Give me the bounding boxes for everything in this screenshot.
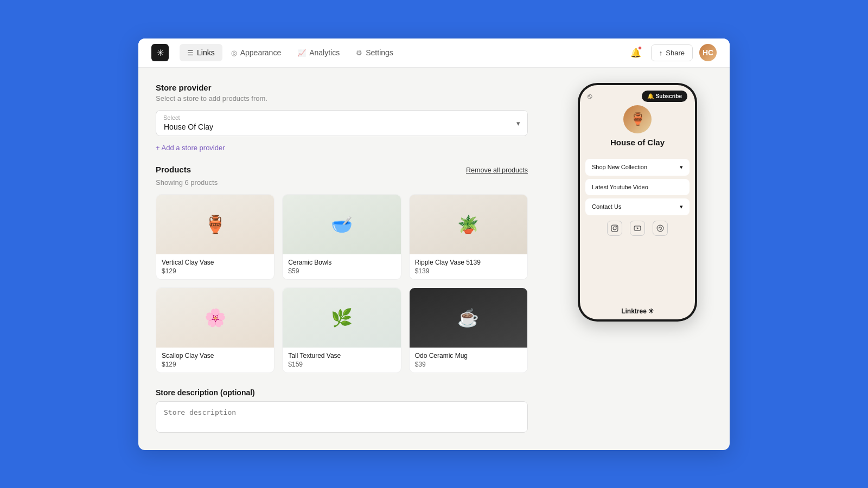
phone-profile-name: House of Clay [610,138,665,147]
product-image: 🌿 [283,288,400,348]
phone-social-row [580,215,695,241]
svg-rect-0 [611,225,618,232]
top-nav: ✳ ☰ Links ◎ Appearance 📈 Analytics ⚙ Set… [138,38,730,68]
svg-marker-4 [637,227,639,229]
pinterest-icon[interactable] [653,221,668,236]
product-name: Tall Textured Vase [288,352,395,359]
product-name: Odo Ceramic Mug [415,352,522,359]
instagram-icon[interactable] [607,221,622,236]
chevron-down-icon: ▾ [680,164,683,171]
products-header: Products Remove all products [156,165,528,176]
product-price: $139 [415,267,522,275]
appearance-icon: ◎ [231,49,237,57]
product-card[interactable]: 🌸 Scallop Clay Vase $129 [156,287,275,373]
phone-link-shop-label: Shop New Collection [592,164,647,170]
product-info: Tall Textured Vase $159 [283,348,400,373]
product-card[interactable]: 🌿 Tall Textured Vase $159 [282,287,401,373]
store-select-wrapper: Select House Of Clay ▾ [156,110,528,136]
svg-line-6 [660,229,660,230]
tab-links[interactable]: ☰ Links [180,44,222,61]
select-label: Select [163,114,180,121]
product-name: Scallop Clay Vase [162,352,269,359]
store-provider-subtitle: Select a store to add products from. [156,94,528,102]
product-card[interactable]: ☕ Odo Ceramic Mug $39 [409,287,528,373]
phone-footer: Linktree ✳ [580,303,695,319]
product-price: $39 [415,361,522,368]
right-panel: ⎋ 🔔 Subscribe 🏺 House of Clay [545,68,730,450]
product-price: $129 [162,267,269,275]
product-info: Scallop Clay Vase $129 [156,348,274,373]
nav-right: 🔔 ↑ Share HC [627,44,717,61]
phone-profile-section: 🏺 House of Clay [580,105,695,159]
avatar[interactable]: HC [699,44,717,61]
product-price: $129 [162,361,269,368]
phone-screen: ⎋ 🔔 Subscribe 🏺 House of Clay [580,85,695,319]
product-name: Ceramic Bowls [288,259,395,266]
nav-tabs: ☰ Links ◎ Appearance 📈 Analytics ⚙ Setti… [180,44,627,61]
store-select[interactable]: House Of Clay [156,110,528,136]
chevron-down-icon-2: ▾ [680,203,683,210]
product-image: 🏺 [156,195,274,254]
product-card[interactable]: 🪴 Ripple Clay Vase 5139 $139 [409,194,528,280]
product-image: 🪴 [410,195,527,254]
phone-link-contact[interactable]: Contact Us ▾ [585,198,690,215]
notification-button[interactable]: 🔔 [627,44,644,61]
phone-frame: ⎋ 🔔 Subscribe 🏺 House of Clay [578,83,697,322]
phone-avatar: 🏺 [623,105,652,133]
product-price: $159 [288,361,395,368]
svg-point-1 [613,227,616,230]
analytics-icon: 📈 [297,49,306,57]
product-price: $59 [288,267,395,275]
product-image: ☕ [410,288,527,348]
product-info: Ripple Clay Vase 5139 $139 [410,254,527,279]
share-button[interactable]: ↑ Share [651,44,693,61]
linktree-asterisk-icon: ✳ [648,307,654,315]
svg-point-2 [616,226,617,227]
store-description-label: Store description (optional) [156,388,528,397]
tab-analytics[interactable]: 📈 Analytics [290,44,347,61]
tab-settings[interactable]: ⚙ Settings [348,44,401,61]
left-panel: Store provider Select a store to add pro… [138,68,545,450]
product-card[interactable]: 🏺 Vertical Clay Vase $129 [156,194,275,280]
product-card[interactable]: 🥣 Ceramic Bowls $59 [282,194,401,280]
product-name: Vertical Clay Vase [162,259,269,266]
tab-appearance[interactable]: ◎ Appearance [224,44,289,61]
links-icon: ☰ [187,49,194,57]
add-store-provider-button[interactable]: + Add a store provider [156,144,225,152]
settings-icon: ⚙ [356,49,362,57]
product-info: Vertical Clay Vase $129 [156,254,274,279]
store-provider-title: Store provider [156,83,528,92]
youtube-icon[interactable] [630,221,645,236]
products-count: Showing 6 products [156,178,528,187]
phone-link-youtube-label: Latest Youtube Video [592,184,648,190]
products-title: Products [156,165,191,174]
phone-link-youtube[interactable]: Latest Youtube Video [585,179,690,195]
share-icon: ↑ [659,49,663,57]
notification-dot [638,46,642,50]
bell-icon: 🔔 [647,93,654,99]
product-info: Odo Ceramic Mug $39 [410,348,527,373]
main-content: Store provider Select a store to add pro… [138,68,730,450]
store-description-input[interactable] [156,401,528,433]
product-name: Ripple Clay Vase 5139 [415,259,522,266]
remove-all-products-button[interactable]: Remove all products [466,166,528,174]
product-image: 🌸 [156,288,274,348]
phone-links: Shop New Collection ▾ Latest Youtube Vid… [580,159,695,215]
linktree-brand: Linktree ✳ [621,307,654,315]
app-logo: ✳ [151,44,169,61]
phone-subscribe-button[interactable]: 🔔 Subscribe [642,91,687,102]
phone-top-bar: ⎋ 🔔 Subscribe [580,85,695,105]
phone-share-icon: ⎋ [588,92,592,100]
products-grid: 🏺 Vertical Clay Vase $129 🥣 Ceramic Bowl… [156,194,528,373]
product-image: 🥣 [283,195,400,254]
phone-link-shop[interactable]: Shop New Collection ▾ [585,159,690,176]
product-info: Ceramic Bowls $59 [283,254,400,279]
app-window: ✳ ☰ Links ◎ Appearance 📈 Analytics ⚙ Set… [138,38,730,450]
phone-link-contact-label: Contact Us [592,203,621,210]
